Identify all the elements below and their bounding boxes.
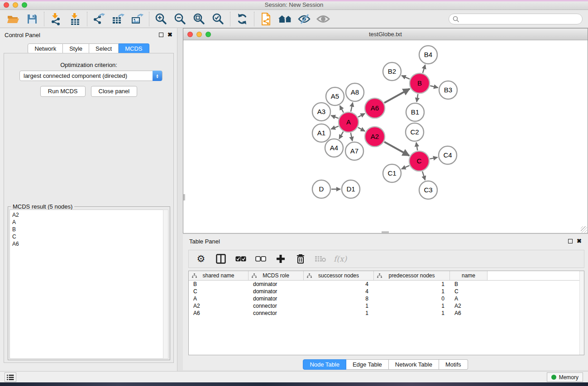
zoom-window-button[interactable]: [22, 2, 27, 8]
node-C[interactable]: C: [409, 151, 429, 171]
network-close-button[interactable]: [187, 32, 193, 37]
home-icon[interactable]: [276, 11, 295, 27]
table-row[interactable]: Bdominator41B: [189, 281, 584, 288]
edge-B-B3[interactable]: [430, 86, 438, 88]
zoom-selected-icon[interactable]: [209, 11, 228, 27]
network-graph-canvas[interactable]: B4B2BB3A8A5A6B1A3AC2A1A2A4A7C4CC1C3DD1: [183, 41, 588, 234]
network-horizontal-scroll-nub[interactable]: [382, 231, 389, 233]
network-minimize-button[interactable]: [196, 32, 202, 37]
memory-button[interactable]: Memory: [547, 372, 583, 382]
export-image-icon[interactable]: [128, 11, 147, 27]
edge-C-C2[interactable]: [416, 143, 418, 151]
edge-A-A7[interactable]: [351, 133, 353, 141]
close-window-button[interactable]: [4, 2, 9, 8]
node-D[interactable]: D: [312, 180, 330, 198]
column-layout-icon[interactable]: [214, 252, 228, 266]
tab-style[interactable]: Style: [63, 43, 89, 54]
mcds-result-item[interactable]: A6: [12, 240, 161, 248]
search-input[interactable]: [449, 14, 583, 24]
node-B3[interactable]: B3: [439, 81, 457, 99]
export-table-icon[interactable]: [109, 11, 128, 27]
tab-edge-table[interactable]: Edge Table: [346, 359, 389, 370]
select-all-columns-icon[interactable]: [234, 252, 248, 266]
node-A3[interactable]: A3: [312, 103, 330, 121]
node-A4[interactable]: A4: [325, 139, 343, 157]
edge-C-C3[interactable]: [422, 172, 425, 180]
optimization-criterion-select[interactable]: largest connected component (directed) ▲…: [19, 71, 163, 81]
edge-A-A3[interactable]: [331, 115, 338, 118]
edge-A-A6[interactable]: [358, 114, 365, 117]
table-scrollbar[interactable]: [579, 271, 584, 355]
node-A1[interactable]: A1: [312, 124, 330, 142]
apply-function-icon[interactable]: f(x): [334, 252, 347, 266]
zoom-fit-icon[interactable]: [190, 11, 209, 27]
close-panel-button[interactable]: Close panel: [91, 86, 138, 97]
close-table-panel-icon[interactable]: ✖: [577, 239, 582, 243]
minimize-window-button[interactable]: [13, 2, 18, 8]
settings-gear-icon[interactable]: ⚙: [194, 252, 208, 266]
edge-B-B2[interactable]: [402, 76, 410, 79]
tab-select[interactable]: Select: [89, 43, 119, 54]
column-header-shared-name[interactable]: shared name: [189, 271, 249, 280]
node-C3[interactable]: C3: [419, 181, 437, 199]
node-B2[interactable]: B2: [383, 62, 401, 81]
node-A6[interactable]: A6: [365, 98, 385, 118]
table-row[interactable]: A6connector11A6: [189, 310, 584, 317]
edge-C-C1[interactable]: [402, 166, 409, 169]
mcds-result-item[interactable]: B: [12, 226, 161, 233]
save-session-icon[interactable]: [23, 11, 42, 27]
float-table-panel-icon[interactable]: [568, 239, 573, 243]
node-table[interactable]: shared nameMCDS rolesuccessor nodesprede…: [188, 271, 584, 355]
task-history-button[interactable]: [5, 372, 16, 382]
mcds-result-scrollbar[interactable]: [163, 210, 168, 359]
import-network-icon[interactable]: [47, 11, 66, 27]
node-C4[interactable]: C4: [439, 146, 457, 164]
table-row[interactable]: Adominator80A: [189, 295, 584, 302]
node-A2[interactable]: A2: [365, 127, 385, 147]
edge-A-A2[interactable]: [358, 128, 365, 131]
export-network-icon[interactable]: [90, 11, 109, 27]
edge-A-A5[interactable]: [340, 105, 344, 112]
node-B[interactable]: B: [410, 73, 430, 93]
node-A5[interactable]: A5: [326, 87, 344, 105]
column-header-name[interactable]: name: [450, 271, 488, 280]
delete-table-icon[interactable]: [314, 252, 327, 266]
edge-A2-C[interactable]: [384, 142, 409, 156]
node-C1[interactable]: C1: [383, 164, 401, 182]
delete-column-trash-icon[interactable]: [294, 252, 307, 266]
hide-details-eye-slash-icon[interactable]: [295, 11, 314, 27]
mcds-result-item[interactable]: A2: [12, 211, 161, 219]
node-C2[interactable]: C2: [406, 123, 424, 141]
float-panel-icon[interactable]: [159, 33, 163, 37]
window-resize-grip[interactable]: [581, 226, 587, 233]
mcds-result-item[interactable]: C: [12, 233, 161, 240]
import-table-icon[interactable]: [66, 11, 85, 27]
network-window-titlebar[interactable]: testGlobe.txt: [183, 29, 588, 40]
edge-B-B4[interactable]: [423, 65, 425, 73]
column-header-predecessor-nodes[interactable]: predecessor nodes: [374, 271, 450, 280]
node-A7[interactable]: A7: [345, 142, 363, 160]
network-zoom-button[interactable]: [206, 32, 211, 37]
edge-A-A8[interactable]: [351, 102, 353, 111]
table-row[interactable]: Cdominator41C: [189, 288, 584, 295]
node-B4[interactable]: B4: [419, 46, 437, 64]
run-mcds-button[interactable]: Run MCDS: [40, 86, 86, 97]
deselect-all-columns-icon[interactable]: [254, 252, 268, 266]
node-D1[interactable]: D1: [342, 180, 360, 198]
edge-A-A1[interactable]: [331, 126, 338, 129]
tab-mcds[interactable]: MCDS: [119, 43, 149, 54]
table-row[interactable]: A2connector11A2: [189, 302, 584, 310]
edge-B-B1[interactable]: [417, 94, 418, 102]
edge-A-A4[interactable]: [339, 132, 343, 139]
node-B1[interactable]: B1: [406, 103, 424, 121]
tab-node-table[interactable]: Node Table: [303, 359, 346, 370]
zoom-out-icon[interactable]: [171, 11, 190, 27]
edge-C-C4[interactable]: [430, 157, 438, 159]
show-details-eye-icon[interactable]: [314, 11, 333, 27]
tab-network[interactable]: Network: [28, 43, 63, 54]
tab-motifs[interactable]: Motifs: [439, 359, 468, 370]
zoom-in-icon[interactable]: [152, 11, 171, 27]
column-header-MCDS-role[interactable]: MCDS role: [249, 271, 304, 280]
node-A8[interactable]: A8: [346, 83, 364, 101]
add-column-icon[interactable]: [274, 252, 287, 266]
